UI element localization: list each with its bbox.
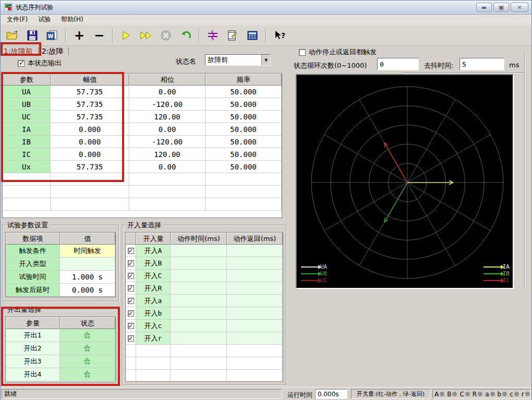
trigger-stop-checkbox[interactable] [299,49,306,56]
frequency-cell[interactable]: 50.000 [205,161,282,173]
output-state-cell[interactable]: 合 [60,368,115,381]
param-cell: 试验时间 [6,271,60,284]
state-output-checkbox[interactable] [18,60,25,67]
value-cell[interactable] [60,258,115,271]
calculator-button[interactable] [243,27,262,44]
frequency-cell[interactable]: 50.000 [205,148,282,161]
col-header-frequency[interactable]: 频率 [205,74,282,86]
output-name-cell: 开出3 [6,355,60,368]
col-header-outparam[interactable]: 参量 [6,317,60,329]
col-header-value[interactable]: 值 [60,233,115,245]
input-checkbox[interactable] [128,298,134,304]
menu-item-test[interactable]: 试验 [34,15,55,25]
amplitude-cell[interactable]: 57.735 [51,111,129,123]
empty-cell [205,186,282,198]
menu-item-help[interactable]: 帮助(H) [57,15,87,25]
phase-cell[interactable]: 120.00 [129,111,205,123]
phase-cell[interactable]: -120.00 [129,136,205,148]
stop-button[interactable] [156,27,176,44]
run-continuous-button[interactable] [136,27,156,44]
phase-cell[interactable]: -120.00 [129,98,205,111]
input-checkbox[interactable] [128,260,134,266]
output-state-cell[interactable]: 合 [60,329,115,342]
col-header-param[interactable]: 参数 [3,74,51,86]
remove-state-button[interactable]: − [89,27,109,44]
frequency-cell[interactable]: 50.000 [205,86,282,98]
app-window: 状态序列试验 ▬ ▣ ✕ 文件(F) 试验 帮助(H) [0,0,532,400]
amplitude-cell[interactable]: 0.000 [51,136,129,148]
amplitude-cell[interactable]: 0.000 [51,148,129,161]
input-checkbox[interactable] [128,323,134,329]
open-button[interactable] [3,27,22,44]
col-header-input[interactable]: 开入量 [136,233,171,245]
input-checkbox[interactable] [128,273,134,279]
param-cell: Ux [3,161,51,173]
state-name-select[interactable]: 故障前 ▼ [205,54,271,66]
run-button[interactable] [116,27,136,44]
save-button[interactable] [22,27,42,44]
input-checkbox[interactable] [128,310,134,317]
indicator-dot [514,392,519,396]
phase-cell[interactable]: 120.00 [129,148,205,161]
undo-button[interactable] [176,27,196,44]
svg-text:?: ? [281,31,285,40]
input-checkbox[interactable] [128,248,134,254]
output-state-cell[interactable]: 合 [60,342,115,355]
phase-cell[interactable]: 0.00 [129,161,205,173]
tab-state-1[interactable]: 1:故障前 [1,46,38,57]
output-state-cell[interactable]: 合 [60,355,115,368]
table-row: IC0.000120.0050.000 [3,148,282,161]
table-row: 开入B [126,257,283,270]
empty-cell [171,357,227,370]
phasor-view-button[interactable] [203,27,223,44]
input-name-cell: 开入c [136,320,171,332]
input-checkbox[interactable] [128,285,134,292]
col-header-action-time[interactable]: 动作时间(ms) [171,233,227,245]
value-cell[interactable]: 0.000 s [60,284,115,297]
input-checkbox[interactable] [128,335,134,342]
phase-cell[interactable]: 0.00 [129,123,205,136]
input-name-cell: 开入a [136,295,171,307]
ib-arrow-icon [483,273,501,274]
tab-state-2[interactable]: 2:故障 [39,46,69,57]
amplitude-cell[interactable]: 57.735 [51,86,129,98]
amplitude-cell[interactable]: 57.735 [51,161,129,173]
col-header-action-return[interactable]: 动作返回(ms) [227,233,283,245]
close-button[interactable]: ✕ [511,3,528,12]
minimize-button[interactable]: ▬ [476,3,492,12]
help-button[interactable]: ? [270,27,289,44]
cycle-count-input[interactable] [377,58,419,70]
state-param-table: 参数 幅值 相位 频率 UA57.7350.0050.000 UB57.735-… [2,73,282,218]
indicator-dot [452,392,457,396]
col-header-outstate[interactable]: 状态 [60,317,115,329]
phase-cell[interactable]: 0.00 [129,86,205,98]
amplitude-cell[interactable]: 57.735 [51,98,129,111]
table-row-empty [3,186,282,198]
frequency-cell[interactable]: 50.000 [205,98,282,111]
amplitude-cell[interactable]: 0.000 [51,123,129,136]
param-cell: IC [3,148,51,161]
report-button[interactable] [223,27,243,44]
table-row-empty [126,370,283,382]
menu-item-file[interactable]: 文件(F) [3,15,32,25]
add-state-button[interactable]: + [69,27,89,44]
export-word-button[interactable]: W [42,27,62,44]
frequency-cell[interactable]: 50.000 [205,136,282,148]
minus-icon: − [94,30,104,41]
col-header-dataitem[interactable]: 数据项 [6,233,60,245]
title-bar[interactable]: 状态序列试验 ▬ ▣ ✕ [1,1,531,15]
chevron-down-icon[interactable]: ▼ [261,55,270,65]
col-header-phase[interactable]: 相位 [129,74,205,86]
restore-button[interactable]: ▣ [493,3,509,12]
frequency-cell[interactable]: 50.000 [205,123,282,136]
empty-cell [126,345,136,357]
table-row: IA0.0000.0050.000 [3,123,282,136]
debounce-input[interactable] [460,58,504,70]
param-cell: IA [3,123,51,136]
value-cell[interactable]: 时间触发 [60,245,115,258]
plus-icon: + [74,30,84,41]
value-cell[interactable]: 1.000 s [60,271,115,284]
table-row: 开出1合 [6,329,115,342]
col-header-amplitude[interactable]: 幅值 [51,74,129,86]
frequency-cell[interactable]: 50.000 [205,111,282,123]
